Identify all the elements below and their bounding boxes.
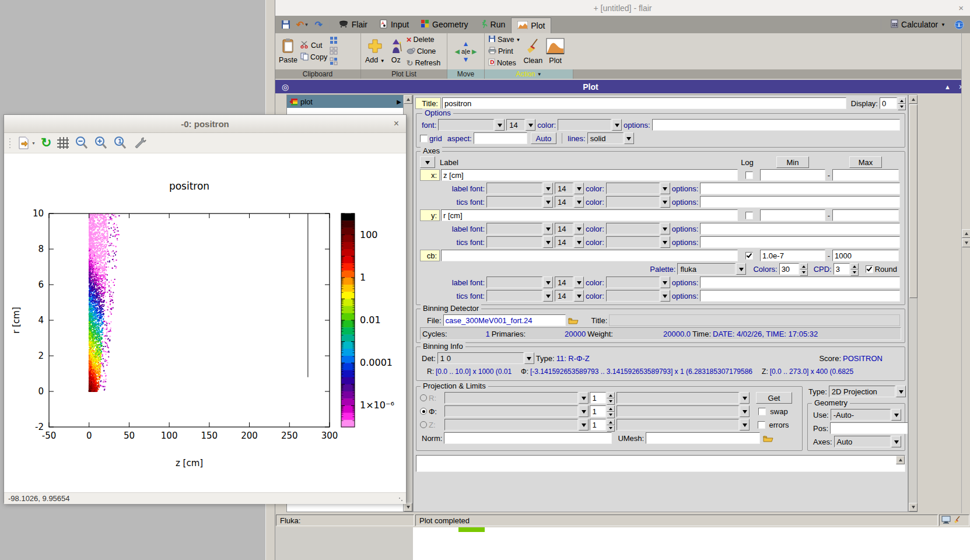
tab-geometry[interactable]: Geometry	[415, 18, 474, 32]
tab-plot[interactable]: Plot	[511, 18, 551, 33]
rename-icon[interactable]: a|e	[461, 48, 470, 55]
dropdown-icon[interactable]	[660, 236, 670, 248]
paste-button[interactable]: Paste	[277, 38, 299, 64]
spin-down-icon[interactable]	[898, 104, 906, 110]
phi-count-spinner[interactable]	[607, 405, 615, 417]
cb-label-options-input[interactable]	[700, 276, 900, 288]
round-checkbox[interactable]	[866, 265, 873, 273]
norm-input[interactable]	[444, 432, 612, 444]
x-max-input[interactable]	[832, 169, 899, 181]
y-label-input[interactable]	[441, 209, 738, 221]
font-combo[interactable]	[438, 119, 494, 131]
dropdown-icon[interactable]	[495, 119, 505, 131]
select-all-icon[interactable]	[330, 36, 338, 46]
cb-label-color-combo[interactable]	[606, 276, 660, 288]
spin-up-icon[interactable]	[898, 97, 906, 104]
save-plot-button[interactable]: Save▼	[488, 34, 520, 46]
scroll-down-icon[interactable]	[909, 503, 918, 512]
auto-button[interactable]: Auto	[531, 132, 557, 144]
palette-combo[interactable]: fluka	[677, 263, 736, 275]
dropdown-icon[interactable]	[574, 236, 584, 248]
scroll-up-icon[interactable]	[896, 456, 905, 464]
cpd-spinner[interactable]	[850, 263, 859, 275]
options-input[interactable]	[652, 119, 900, 131]
dropdown-icon[interactable]	[543, 290, 553, 302]
cb-log-checkbox[interactable]	[745, 252, 753, 260]
plot-button[interactable]: Plot	[544, 38, 566, 65]
lines-combo[interactable]: solid	[587, 132, 624, 144]
dropdown-icon[interactable]	[574, 183, 584, 194]
dropdown-icon[interactable]	[574, 290, 584, 302]
pos-input[interactable]	[830, 422, 908, 434]
dropdown-icon[interactable]	[736, 263, 746, 275]
axes-menu-button[interactable]	[420, 156, 435, 168]
dropdown-icon[interactable]	[740, 392, 750, 404]
move-down-icon[interactable]: ▼	[463, 55, 470, 64]
dropdown-icon[interactable]	[574, 196, 584, 208]
plot-canvas[interactable]: positronr [cm]z [cm]-5005010015020025030…	[4, 153, 406, 492]
notes-button[interactable]: D Notes	[488, 58, 520, 69]
cb-label-font-combo[interactable]	[486, 276, 542, 288]
phi-value-combo[interactable]	[617, 405, 739, 417]
dropdown-icon[interactable]	[660, 196, 670, 208]
dropdown-icon[interactable]	[543, 236, 553, 248]
cb-max-input[interactable]	[832, 250, 899, 261]
form-scrollbar[interactable]	[908, 94, 918, 512]
dropdown-icon[interactable]	[579, 405, 589, 417]
x-label-size-combo[interactable]: 14	[555, 183, 573, 194]
move-right-icon[interactable]: ▶	[472, 48, 477, 55]
dropdown-icon[interactable]	[740, 419, 750, 430]
x-tics-color-combo[interactable]	[606, 196, 660, 208]
cb-tics-color-combo[interactable]	[606, 290, 660, 302]
clean-status-icon[interactable]	[953, 516, 961, 526]
collapse-icon[interactable]: ▲	[944, 83, 951, 90]
plot-list-item[interactable]: plot ▶	[287, 95, 404, 108]
zoom-reset-icon[interactable]: 1	[113, 136, 127, 150]
x-label-font-combo[interactable]	[486, 183, 542, 194]
dropdown-icon[interactable]	[543, 196, 553, 208]
scroll-up-icon[interactable]	[962, 229, 970, 238]
copy-button[interactable]: Copy	[300, 52, 327, 63]
zoom-out-icon[interactable]	[75, 136, 89, 150]
print-button[interactable]: Print	[488, 46, 520, 57]
display-input[interactable]	[880, 97, 897, 109]
y-label-options-input[interactable]	[700, 223, 900, 235]
max-button[interactable]: Max	[849, 156, 882, 168]
undo-icon[interactable]: ↶▼	[296, 19, 309, 30]
cb-label-input[interactable]	[441, 250, 738, 261]
colors-spinner[interactable]	[800, 263, 808, 275]
window-edge-scrollbar[interactable]	[961, 33, 970, 519]
expand-icon[interactable]: ▶	[397, 99, 401, 105]
dropdown-icon[interactable]	[543, 276, 553, 288]
cpd-input[interactable]	[834, 263, 850, 275]
x-min-input[interactable]	[760, 169, 825, 181]
dropdown-icon[interactable]	[543, 183, 553, 194]
select-invert-icon[interactable]	[330, 57, 338, 67]
settings-wrench-icon[interactable]	[132, 136, 146, 150]
dropdown-icon[interactable]	[579, 392, 589, 404]
colors-input[interactable]	[779, 263, 799, 275]
move-up-icon[interactable]: ▲	[463, 40, 470, 48]
toolbar-grip[interactable]	[9, 137, 12, 149]
save-icon[interactable]	[281, 20, 290, 29]
output-console[interactable]	[416, 455, 905, 472]
positron-plot[interactable]: positronr [cm]z [cm]-5005010015020025030…	[4, 153, 406, 492]
dropdown-icon[interactable]	[896, 386, 906, 397]
font-size-combo[interactable]: 14	[506, 119, 525, 131]
tab-flair[interactable]: Flair	[333, 18, 373, 32]
x-log-checkbox[interactable]	[745, 172, 753, 179]
dropdown-icon[interactable]	[660, 183, 670, 194]
clean-button[interactable]: Clean	[521, 38, 544, 65]
r-count-input[interactable]	[590, 392, 606, 404]
geometry-axes-combo[interactable]: Auto	[834, 436, 891, 447]
cb-tics-font-combo[interactable]	[486, 290, 542, 302]
display-spinner[interactable]	[898, 97, 906, 109]
dropdown-icon[interactable]	[740, 405, 750, 417]
dropdown-icon[interactable]	[612, 119, 622, 131]
errors-checkbox[interactable]	[758, 421, 765, 429]
cb-min-input[interactable]	[760, 250, 825, 261]
z-radio[interactable]	[420, 421, 427, 428]
gnuplot-titlebar[interactable]: -0: positron ×	[4, 115, 406, 133]
cb-tics-options-input[interactable]	[700, 290, 900, 302]
dropdown-icon[interactable]	[660, 276, 670, 288]
